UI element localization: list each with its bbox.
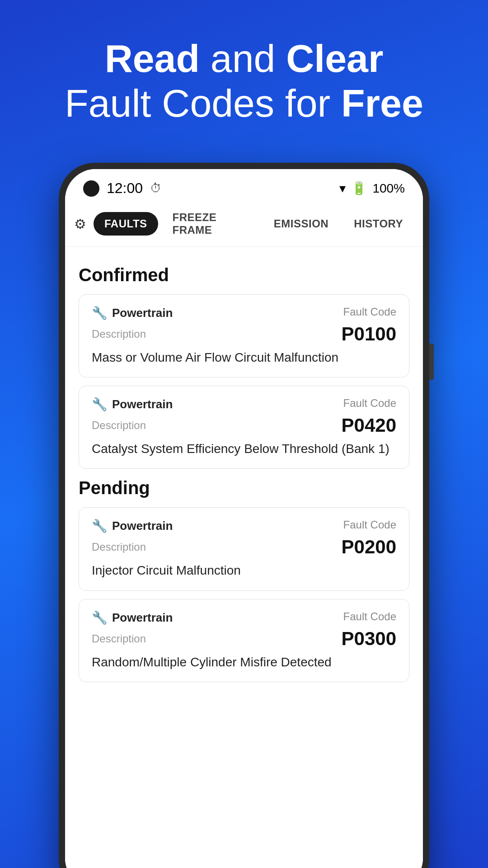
fault-card-p0420[interactable]: 🔧 Powertrain Fault Code Description P042… (79, 386, 409, 469)
camera-icon (83, 180, 99, 197)
description-label-1: Description (92, 328, 146, 340)
description-label-4: Description (92, 632, 146, 645)
fault-card-mid-1: Description P0100 (92, 323, 396, 345)
phone-mockup: 12:00 ⏱ ▾ 🔋 100% ⚙ Faults Freeze Frame (59, 163, 429, 868)
fault-description-2: Catalyst System Efficiency Below Thresho… (92, 440, 396, 458)
fault-code-value-1: P0100 (342, 323, 396, 345)
status-right: ▾ 🔋 100% (339, 181, 405, 196)
fault-card-mid-2: Description P0420 (92, 415, 396, 436)
fault-type-2: 🔧 Powertrain (92, 397, 173, 412)
hero-and: and (200, 37, 286, 80)
time-display: 12:00 (107, 180, 143, 197)
hero-line2-bold: Free (341, 81, 423, 125)
signal-icon: 🔋 (351, 181, 367, 196)
fault-code-value-3: P0200 (342, 536, 396, 558)
fault-code-value-2: P0420 (342, 415, 396, 436)
hero-bold1: Read (105, 37, 200, 80)
description-label-3: Description (92, 541, 146, 553)
fault-description-1: Mass or Volume Air Flow Circuit Malfunct… (92, 349, 396, 366)
wifi-icon: ▾ (339, 181, 346, 196)
fault-code-value-4: P0300 (342, 628, 396, 650)
content-area: Confirmed 🔧 Powertrain Fault Code Descri… (65, 247, 423, 868)
phone-screen: 12:00 ⏱ ▾ 🔋 100% ⚙ Faults Freeze Frame (65, 169, 423, 868)
battery-level: 100% (372, 181, 405, 196)
engine-icon-3: 🔧 (92, 519, 108, 533)
obd-icon: ⚙ (74, 216, 86, 232)
engine-icon-2: 🔧 (92, 397, 108, 412)
description-label-2: Description (92, 419, 146, 432)
tab-emission[interactable]: Emission (263, 212, 339, 236)
fault-card-p0300[interactable]: 🔧 Powertrain Fault Code Description P030… (79, 599, 409, 682)
pending-title: Pending (79, 478, 409, 498)
confirmed-section: Confirmed 🔧 Powertrain Fault Code Descri… (79, 265, 409, 469)
fault-card-header-2: 🔧 Powertrain Fault Code (92, 397, 396, 412)
fault-type-3: 🔧 Powertrain (92, 519, 173, 533)
fault-card-mid-3: Description P0200 (92, 536, 396, 558)
tab-faults[interactable]: Faults (94, 212, 158, 236)
status-left: 12:00 ⏱ (83, 180, 162, 197)
fault-type-1: 🔧 Powertrain (92, 306, 173, 321)
fault-card-header-1: 🔧 Powertrain Fault Code (92, 306, 396, 321)
fault-code-label-1: Fault Code (343, 306, 396, 318)
engine-icon-1: 🔧 (92, 306, 108, 321)
fault-type-4: 🔧 Powertrain (92, 610, 173, 625)
fault-code-label-2: Fault Code (343, 397, 396, 410)
confirmed-title: Confirmed (79, 265, 409, 285)
fault-code-label-3: Fault Code (343, 519, 396, 531)
fault-card-header-3: 🔧 Powertrain Fault Code (92, 519, 396, 533)
pending-section: Pending 🔧 Powertrain Fault Code Descript… (79, 478, 409, 682)
phone-frame: 12:00 ⏱ ▾ 🔋 100% ⚙ Faults Freeze Frame (59, 163, 429, 868)
fault-description-4: Random/Multiple Cylinder Misfire Detecte… (92, 653, 396, 671)
flashlight-icon: ⏱ (150, 181, 162, 195)
fault-card-p0200[interactable]: 🔧 Powertrain Fault Code Description P020… (79, 507, 409, 590)
fault-card-header-4: 🔧 Powertrain Fault Code (92, 610, 396, 625)
status-bar: 12:00 ⏱ ▾ 🔋 100% (65, 169, 423, 201)
fault-card-p0100[interactable]: 🔧 Powertrain Fault Code Description P010… (79, 294, 409, 377)
tab-bar: ⚙ Faults Freeze Frame Emission History (65, 201, 423, 247)
fault-description-3: Injector Circuit Malfunction (92, 561, 396, 579)
hero-bold2: Clear (286, 37, 383, 80)
tab-freeze-frame[interactable]: Freeze Frame (162, 206, 259, 242)
engine-icon-4: 🔧 (92, 610, 108, 625)
hero-section: Read and Clear Fault Codes for Free (0, 0, 488, 144)
fault-code-label-4: Fault Code (343, 610, 396, 623)
fault-card-mid-4: Description P0300 (92, 628, 396, 650)
hero-line2-normal: Fault Codes for (65, 81, 341, 125)
tab-history[interactable]: History (343, 212, 414, 236)
